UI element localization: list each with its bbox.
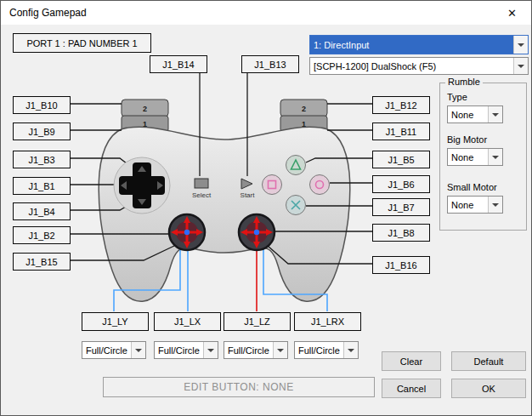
axis-mode-value: Full/Circle	[82, 342, 131, 358]
select-label: Select	[192, 191, 212, 199]
face-buttons	[263, 156, 330, 215]
cancel-button[interactable]: Cancel	[382, 379, 441, 398]
axis-mode-select-ly[interactable]: Full/Circle	[82, 341, 146, 359]
binding-button-b16[interactable]: J1_B16	[372, 256, 430, 274]
binding-axis-lx[interactable]: J1_LX	[154, 312, 221, 331]
start-button-graphic: Start	[241, 179, 256, 199]
edit-status: EDIT BUTTON: NONE	[103, 377, 375, 397]
binding-button-b15[interactable]: J1_B15	[13, 253, 71, 271]
triangle-icon	[291, 160, 301, 169]
left-analog-stick	[169, 214, 205, 250]
binding-button-b14[interactable]: J1_B14	[150, 55, 207, 73]
axis-mode-value: Full/Circle	[155, 342, 203, 358]
binding-button-b10[interactable]: J1_B10	[13, 96, 71, 114]
square-icon	[269, 181, 276, 189]
connector-lines	[69, 71, 372, 264]
select-button-graphic: Select	[192, 179, 212, 199]
ok-button[interactable]: OK	[451, 379, 526, 398]
binding-button-b4[interactable]: J1_B4	[13, 202, 71, 220]
rumble-big-motor-select[interactable]: None	[447, 148, 503, 166]
chevron-down-icon[interactable]	[513, 58, 528, 74]
binding-button-b1[interactable]: J1_B1	[13, 177, 71, 195]
chevron-down-icon[interactable]	[488, 106, 502, 123]
clear-button[interactable]: Clear	[382, 351, 441, 371]
l1-label: 1	[143, 120, 147, 128]
rumble-type-label: Type	[447, 92, 467, 102]
rumble-small-motor-select[interactable]: None	[447, 196, 503, 214]
dpad	[114, 157, 170, 214]
axis-mode-value: Full/Circle	[295, 342, 343, 358]
rumble-group: Rumble Type None Big Motor None Small Mo…	[439, 83, 527, 231]
binding-button-b12[interactable]: J1_B12	[372, 96, 430, 114]
circle-icon	[316, 181, 324, 189]
axis-mode-value: Full/Circle	[224, 342, 273, 358]
window-title: Config Gamepad	[9, 1, 87, 25]
default-button[interactable]: Default	[451, 351, 526, 371]
config-gamepad-dialog: Config Gamepad ✕ 2 1	[0, 0, 532, 416]
binding-button-b5[interactable]: J1_B5	[372, 151, 430, 168]
binding-button-b8[interactable]: J1_B8	[372, 224, 430, 242]
r1-label: 1	[302, 120, 306, 128]
chevron-down-icon[interactable]	[488, 197, 502, 213]
left-shoulder-buttons: 2 1	[122, 100, 168, 132]
rumble-group-title: Rumble	[445, 77, 483, 87]
api-select[interactable]: 1: DirectInput	[309, 35, 529, 54]
title-bar: Config Gamepad ✕	[1, 1, 531, 25]
controller-body	[99, 127, 350, 301]
rumble-big-motor-label: Big Motor	[447, 134, 487, 145]
binding-button-b2[interactable]: J1_B2	[13, 226, 71, 244]
binding-axis-ly[interactable]: J1_LY	[82, 312, 149, 331]
device-select-value: [SCPH-1200] DualShock (F5)	[310, 58, 513, 74]
axis-mode-select-lz[interactable]: Full/Circle	[224, 341, 288, 359]
binding-button-b11[interactable]: J1_B11	[372, 123, 430, 140]
chevron-down-icon[interactable]	[203, 342, 218, 358]
cross-icon	[291, 201, 300, 209]
chevron-down-icon[interactable]	[131, 342, 145, 358]
l2-label: 2	[143, 105, 147, 113]
axis-mode-select-lx[interactable]: Full/Circle	[154, 341, 218, 359]
r2-label: 2	[302, 105, 306, 113]
binding-axis-lrx[interactable]: J1_LRX	[294, 312, 361, 331]
binding-axis-lz[interactable]: J1_LZ	[224, 312, 291, 331]
binding-button-b6[interactable]: J1_B6	[372, 175, 430, 193]
api-select-value: 1: DirectInput	[310, 36, 513, 54]
right-analog-stick	[239, 214, 274, 250]
chevron-down-icon[interactable]	[343, 342, 358, 358]
binding-button-b7[interactable]: J1_B7	[372, 198, 430, 216]
close-icon[interactable]: ✕	[493, 1, 531, 25]
rumble-type-value: None	[448, 106, 488, 123]
binding-button-b9[interactable]: J1_B9	[13, 123, 71, 140]
chevron-down-icon[interactable]	[488, 149, 502, 165]
axis-lines-blue	[114, 246, 327, 311]
axis-mode-select-lrx[interactable]: Full/Circle	[294, 341, 359, 359]
port-label[interactable]: PORT 1 : PAD NUMBER 1	[13, 33, 151, 53]
rumble-small-motor-value: None	[448, 197, 488, 213]
rumble-type-select[interactable]: None	[447, 105, 503, 123]
chevron-down-icon[interactable]	[513, 36, 528, 54]
start-label: Start	[241, 191, 256, 199]
rumble-big-motor-value: None	[448, 149, 488, 165]
binding-button-b3[interactable]: J1_B3	[13, 151, 71, 168]
right-shoulder-buttons: 2 1	[280, 100, 327, 132]
device-select[interactable]: [SCPH-1200] DualShock (F5)	[309, 57, 529, 75]
chevron-down-icon[interactable]	[273, 342, 287, 358]
binding-button-b13[interactable]: J1_B13	[241, 55, 299, 73]
rumble-small-motor-label: Small Motor	[447, 182, 497, 192]
